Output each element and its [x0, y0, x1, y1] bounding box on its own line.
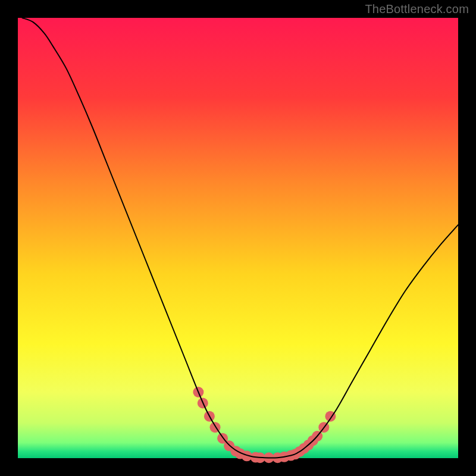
chart-stage: TheBottleneck.com	[0, 0, 476, 476]
plot-background	[18, 18, 458, 458]
watermark-text: TheBottleneck.com	[365, 2, 469, 16]
bottleneck-chart	[0, 0, 476, 476]
